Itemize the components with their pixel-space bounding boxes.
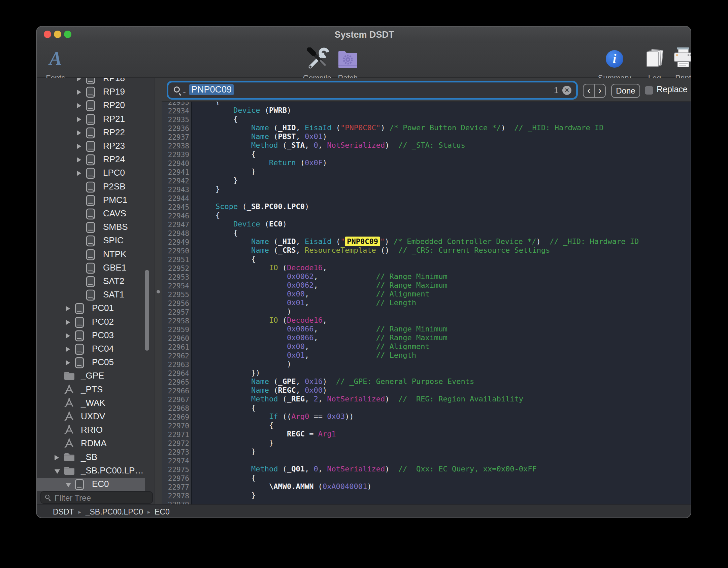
tree-item-pc03[interactable]: PC03	[37, 329, 145, 343]
disclosure-right-icon[interactable]	[77, 130, 81, 136]
tree-item-p2sb[interactable]: P2SB	[37, 180, 145, 194]
tree-item--pts[interactable]: _PTS	[37, 383, 145, 397]
tree-item-pmc1[interactable]: PMC1	[37, 194, 145, 207]
tree-item-sat1[interactable]: SAT1	[37, 288, 145, 302]
compile-icon	[305, 47, 329, 73]
tree-item-pc05[interactable]: PC05	[37, 356, 145, 369]
tree-item-label: _PTS	[81, 384, 103, 395]
code-line: Method (_Q01, 0, NotSerialized) // _Qxx:…	[198, 465, 537, 473]
disclosure-right-icon[interactable]	[77, 157, 81, 163]
disclosure-down-icon[interactable]	[55, 469, 60, 474]
tree-item-rp22[interactable]: RP22	[37, 126, 145, 140]
search-query: PNP0C09	[189, 84, 234, 95]
disclosure-right-icon[interactable]	[66, 320, 70, 325]
disclosure-right-icon[interactable]	[77, 90, 81, 95]
disclosure-right-icon[interactable]	[66, 360, 70, 365]
tree-item--sb-pc00-lp-[interactable]: _SB.PC00.LP…	[37, 464, 145, 478]
patch-button[interactable]: Patch	[331, 43, 365, 78]
code-line: Name (REGC, 0x00)	[198, 386, 327, 394]
disclosure-right-icon[interactable]	[77, 117, 81, 122]
find-previous-button[interactable]: ‹	[584, 84, 595, 97]
tree-item-gbe1[interactable]: GBE1	[37, 261, 145, 275]
disclosure-right-icon[interactable]	[66, 333, 70, 339]
device-icon	[86, 86, 95, 99]
breadcrumb-segment[interactable]: DSDT	[53, 507, 74, 517]
tree-item-label: RP24	[103, 154, 125, 165]
code-line: {	[198, 115, 238, 123]
code-line: Method (_REG, 2, NotSerialized) // _REG:…	[198, 395, 523, 403]
breadcrumb-separator-icon: ▸	[78, 509, 81, 515]
sidebar-scrollbar-thumb[interactable]	[145, 270, 149, 351]
find-nav-segmented: ‹ ›	[583, 84, 606, 98]
tree-item--wak[interactable]: _WAK	[37, 397, 145, 410]
code-line: IO (Decode16,	[198, 316, 327, 324]
tree-item-label: PC01	[92, 303, 114, 313]
code-line: Name (_HID, EisaId ("PNP0C09") /* Embedd…	[198, 237, 639, 246]
replace-checkbox[interactable]	[645, 86, 653, 95]
code-line: 0x0062, // Range Maximum	[198, 281, 448, 289]
fonts-button[interactable]: A Fonts	[42, 43, 69, 78]
tree-item-pc01[interactable]: PC01	[37, 302, 145, 315]
tree-item-label: UXDV	[81, 411, 105, 422]
tree-item-rp19[interactable]: RP19	[37, 85, 145, 99]
tree-item-pc02[interactable]: PC02	[37, 316, 145, 329]
device-icon	[86, 181, 95, 194]
tree-item-smbs[interactable]: SMBS	[37, 221, 145, 234]
code-line: 0x0066, // Range Minimum	[198, 325, 448, 333]
device-icon	[86, 154, 95, 167]
tree-item-ec0[interactable]: EC0	[37, 478, 145, 491]
code-line: )	[198, 360, 291, 368]
device-icon	[86, 276, 95, 289]
disclosure-right-icon[interactable]	[77, 144, 81, 149]
device-icon	[86, 249, 95, 262]
status-bar: DSDT▸_SB.PC00.LPC0▸EC0	[37, 504, 691, 518]
disclosure-right-icon[interactable]	[77, 171, 81, 176]
tree-item-label: RP21	[103, 114, 125, 124]
disclosure-right-icon[interactable]	[77, 78, 81, 81]
device-icon	[75, 344, 84, 356]
tree-item-label: SPIC	[103, 235, 124, 246]
search-icon	[45, 495, 49, 499]
tree-item-rrio[interactable]: RRIO	[37, 424, 145, 437]
done-button[interactable]: Done	[611, 84, 640, 98]
tree-item--gpe[interactable]: _GPE	[37, 369, 145, 383]
code-line: {	[198, 211, 220, 219]
device-icon	[75, 357, 84, 370]
line-numbers: 22933 22934 22935 22936 22937 22938 2293…	[162, 98, 189, 504]
disclosure-right-icon[interactable]	[66, 347, 70, 352]
disclosure-down-icon[interactable]	[66, 483, 71, 487]
disclosure-right-icon[interactable]	[77, 103, 81, 108]
tree-item-uxdv[interactable]: UXDV	[37, 410, 145, 424]
summary-button[interactable]: i Summary	[594, 43, 635, 78]
breadcrumb-segment[interactable]: _SB.PC00.LPC0	[86, 507, 143, 517]
tree-item-rp23[interactable]: RP23	[37, 140, 145, 153]
tree-item-lpc0[interactable]: LPC0	[37, 167, 145, 180]
tree-item-sat2[interactable]: SAT2	[37, 275, 145, 288]
tree-item-rp24[interactable]: RP24	[37, 153, 145, 167]
code-line: Device (PWRB)	[198, 106, 291, 114]
tree-item-rp18[interactable]: RP18	[37, 78, 145, 85]
clear-search-button[interactable]: ✕	[562, 86, 571, 95]
device-icon	[86, 78, 95, 86]
print-button[interactable]: Print	[670, 43, 691, 78]
filter-tree-input[interactable]: Filter Tree	[40, 491, 153, 504]
tree-item-spic[interactable]: SPIC	[37, 234, 145, 248]
disclosure-right-icon[interactable]	[66, 306, 70, 311]
tree-item-rdma[interactable]: RDMA	[37, 437, 145, 451]
split-divider[interactable]	[155, 78, 162, 504]
find-next-button[interactable]: ›	[595, 84, 605, 97]
search-input[interactable]: ⌄ PNP0C09 1 ✕	[168, 82, 576, 98]
disclosure-right-icon[interactable]	[55, 455, 59, 460]
tree-item-pc04[interactable]: PC04	[37, 343, 145, 356]
tree-item--sb[interactable]: _SB	[37, 451, 145, 464]
tree-item-cavs[interactable]: CAVS	[37, 207, 145, 221]
tree-item-ntpk[interactable]: NTPK	[37, 248, 145, 261]
code-line: If ((Arg0 == 0x03))	[198, 412, 354, 421]
tree-item-rp20[interactable]: RP20	[37, 99, 145, 112]
log-button[interactable]: Log	[641, 43, 668, 78]
compile-button[interactable]: Compile	[300, 43, 334, 78]
method-icon	[64, 438, 74, 450]
search-icon[interactable]	[174, 86, 180, 93]
tree-item-rp21[interactable]: RP21	[37, 113, 145, 126]
breadcrumb-segment[interactable]: EC0	[155, 507, 170, 517]
